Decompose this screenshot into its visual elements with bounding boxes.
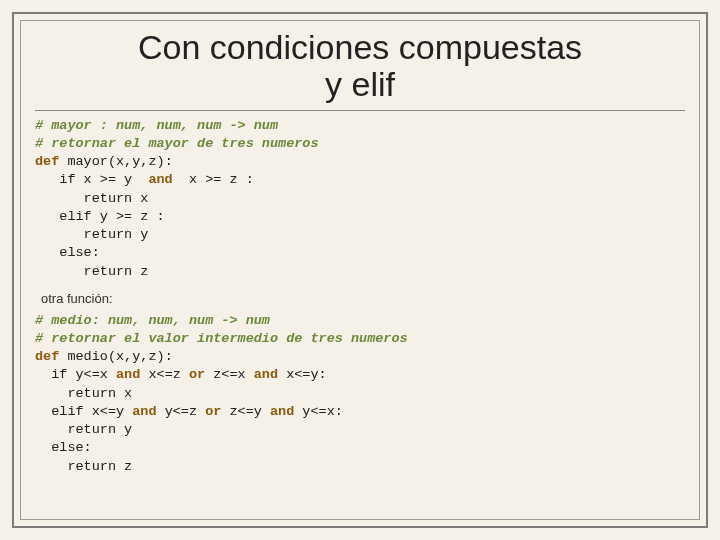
keyword-and: and [148,172,172,187]
code-text: mayor(x,y,z): [59,154,172,169]
slide-title: Con condiciones compuestas y elif [35,29,685,104]
code-text: x<=y: [278,367,327,382]
keyword-and: and [270,404,294,419]
keyword-and: and [116,367,140,382]
title-line-1: Con condiciones compuestas [138,28,582,66]
code-text: y<=x: [294,404,343,419]
keyword-or: or [189,367,205,382]
code-block-medio: # medio: num, num, num -> num # retornar… [35,312,685,476]
code-text: x<=z [140,367,189,382]
code-text: return y [35,227,148,242]
code-text: medio(x,y,z): [59,349,172,364]
title-line-2: y elif [325,65,395,103]
code-text: y<=z [157,404,206,419]
code-text: if x >= y [35,172,148,187]
code-block-mayor: # mayor : num, num, num -> num # retorna… [35,117,685,281]
code-text: else: [35,245,100,260]
keyword-def: def [35,349,59,364]
keyword-def: def [35,154,59,169]
code-text: return z [35,264,148,279]
outer-frame: Con condiciones compuestas y elif # mayo… [12,12,708,528]
code-text: z<=x [205,367,254,382]
inner-frame: Con condiciones compuestas y elif # mayo… [20,20,700,520]
code-text: z<=y [221,404,270,419]
code-text: else: [35,440,92,455]
code-text: return x [35,386,132,401]
divider [35,110,685,111]
comment: # retornar el valor intermedio de tres n… [35,331,408,346]
caption-otra-funcion: otra función: [41,291,685,306]
comment: # medio: num, num, num -> num [35,313,270,328]
keyword-and: and [132,404,156,419]
code-text: elif y >= z : [35,209,165,224]
comment: # mayor : num, num, num -> num [35,118,278,133]
code-text: return z [35,459,132,474]
code-text: x >= z : [173,172,254,187]
keyword-or: or [205,404,221,419]
code-text: return x [35,191,148,206]
code-text: if y<=x [35,367,116,382]
code-text: elif x<=y [35,404,132,419]
code-text: return y [35,422,132,437]
keyword-and: and [254,367,278,382]
comment: # retornar el mayor de tres numeros [35,136,319,151]
